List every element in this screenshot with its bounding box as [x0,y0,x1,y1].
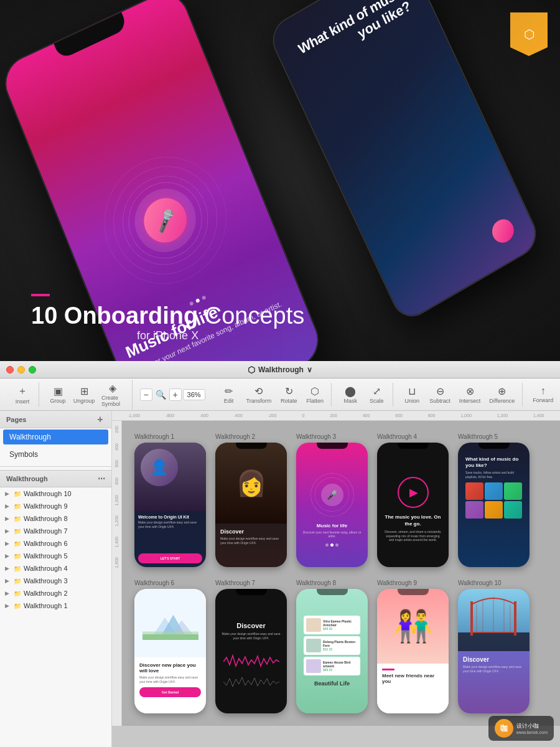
wt6-body: Make your design workflow easy and save … [139,675,201,684]
forward-button[interactable]: ↑ Forward [529,383,557,406]
layer-item-wt5[interactable]: ▶ 📁 Walkthrough 5 [0,550,111,562]
wt3-label: Walkthrough 3 [296,433,336,440]
transform-button[interactable]: ⟲ Transform [243,383,276,406]
layer-folder-icon: 📁 [14,491,21,497]
phone-back-screen: What kind of music you like? [268,0,542,323]
insert-label: Insert [16,398,30,405]
sidebar-item-walkthrough[interactable]: Walkthrough [3,430,108,444]
wt4-play-icon: ▶ [409,486,418,499]
sketch-logo-icon: ⬡ [524,27,534,42]
minimize-button[interactable] [17,366,25,374]
layer-item-wt6[interactable]: ▶ 📁 Walkthrough 6 [0,537,111,550]
layer-folder-icon: 📁 [14,565,21,572]
difference-icon: ⊕ [498,385,506,397]
toolbar-group-edit: ✏ Edit ⟲ Transform ↻ Rotate ⬡ Flatten [213,383,332,406]
edit-icon: ✏ [225,385,233,397]
hero-title-overlay: 10 Onboarding Concepts for iPhone X [31,294,304,342]
layer-item-wt8[interactable]: ▶ 📁 Walkthrough 8 [0,512,111,525]
toolbar-zoom: − 🔍 + 36% [135,388,210,401]
layer-folder-icon: 📁 [14,590,21,597]
create-symbol-button[interactable]: ◈ Create Symbol [98,380,128,410]
wt10-label: Walkthrough 10 [458,580,502,586]
create-symbol-label: Create Symbol [101,395,124,407]
wt4-content: ▶ The music you love. On the go. Discove… [377,443,449,567]
zoom-in-button[interactable]: + [169,388,182,401]
wt6-phone: Discover new place you will love Make yo… [134,589,206,713]
layer-item-wt10[interactable]: ▶ 📁 Walkthrough 10 [0,487,111,500]
svg-rect-7 [470,601,473,636]
wt4-title: The music you love. On the go. [383,514,442,527]
layer-items-list: ▶ 📁 Walkthrough 10 ▶ 📁 Walkthrough 9 ▶ 📁… [0,487,111,747]
layer-folder-icon: 📁 [14,540,21,547]
wt5-label: Walkthrough 5 [458,433,498,440]
titlebar-center: ⬡ Walkthrough ∨ [248,365,312,375]
wt1-title: Welcome to Origin UI Kit [138,515,202,519]
phone-notch [54,12,128,60]
chevron-right-icon: ▶ [5,503,11,509]
canvas-row-1: Walkthrough 1 👤 Welcome to Origin UI Kit [134,433,548,567]
canvas-inner[interactable]: Walkthrough 1 👤 Welcome to Origin UI Kit [122,421,560,726]
wt6-label: Walkthrough 6 [134,580,174,586]
wt2-body: Make your design workflow easy and save … [220,537,282,545]
ruler-horizontal: -1,000 -800 -600 -400 -200 0 200 400 600… [112,411,560,421]
ungroup-button[interactable]: ⊞ Ungroup [72,383,96,406]
wt5-question: What kind of music do you like? [465,456,522,468]
layer-wt9-label: Walkthrough 9 [24,502,68,510]
flatten-button[interactable]: ⬡ Flatten [302,383,327,406]
scale-button[interactable]: ⤢ Scale [364,383,389,406]
wt9-title: Meet new friends near you [382,673,444,684]
layer-item-wt4[interactable]: ▶ 📁 Walkthrough 4 [0,562,111,575]
layer-wt1-label: Walkthrough 1 [24,602,68,609]
wt5-notch [478,443,510,449]
zoom-out-button[interactable]: − [140,388,152,401]
edit-label: Edit [224,398,234,404]
layer-item-wt1[interactable]: ▶ 📁 Walkthrough 1 [0,599,111,612]
subtract-button[interactable]: ⊖ Subtract [426,383,454,406]
pages-label: Pages [6,416,26,423]
wt3-content: 🎤 Music for life Discover your next favo… [296,443,368,567]
wt4-phone: ▶ The music you love. On the go. Discove… [377,443,449,567]
symbol-icon: ◈ [109,382,116,394]
layer-wt5-label: Walkthrough 5 [24,552,68,560]
add-page-button[interactable]: + [95,415,105,425]
insert-button[interactable]: ＋ Insert [10,382,35,407]
ungroup-label: Ungroup [73,398,95,404]
layer-folder-icon: 📁 [14,578,21,585]
difference-button[interactable]: ⊕ Difference [485,383,518,406]
layer-item-wt3[interactable]: ▶ 📁 Walkthrough 3 [0,575,111,587]
sidebar-item-symbols[interactable]: Symbols [3,447,108,462]
union-button[interactable]: ⊔ Union [399,383,424,406]
sidebar-divider [0,466,111,467]
intersect-button[interactable]: ⊗ Intersect [455,383,485,406]
wt-card-4: Walkthrough 4 ▶ The music you love. On t… [377,433,449,567]
wt9-notch [398,589,429,595]
layers-expand-icon[interactable]: ⋯ [98,474,105,483]
chevron-right-icon: ▶ [5,565,11,571]
layer-folder-icon: 📁 [14,553,21,560]
document-title: Walkthrough [258,365,304,374]
mask-button[interactable]: ⬤ Mask [338,383,363,406]
layer-folder-icon: 📁 [14,515,21,522]
insert-icon: ＋ [17,385,27,398]
zoom-value[interactable]: 36% [183,389,205,400]
edit-button[interactable]: ✏ Edit [217,383,241,406]
wt10-body: Make your design workflow easy and save … [463,665,525,673]
close-button[interactable] [6,366,14,374]
wt3-body: Discover your next favorite song, album … [302,530,362,538]
group-button[interactable]: ▣ Group [45,383,70,406]
layer-item-wt2[interactable]: ▶ 📁 Walkthrough 2 [0,587,111,599]
wt10-phone: Discover Make your design workflow easy … [458,589,530,713]
wt9-phone: 👫 Meet new friends near you [377,589,449,713]
canvas-area[interactable]: -1,000 -800 -600 -400 -200 0 200 400 600… [112,411,560,747]
wt2-portrait: 👩 [236,469,267,498]
layer-item-wt7[interactable]: ▶ 📁 Walkthrough 7 [0,525,111,537]
rotate-button[interactable]: ↻ Rotate [276,383,301,406]
chevron-right-icon: ▶ [5,491,11,497]
chevron-right-icon: ▶ [5,578,11,584]
wt7-phone: Discover Make your design workflow easy … [215,589,287,713]
wt6-mountains-svg [142,606,198,640]
difference-label: Difference [489,398,515,404]
maximize-button[interactable] [29,366,36,374]
layer-wt3-label: Walkthrough 3 [24,577,68,585]
layer-item-wt9[interactable]: ▶ 📁 Walkthrough 9 [0,500,111,512]
